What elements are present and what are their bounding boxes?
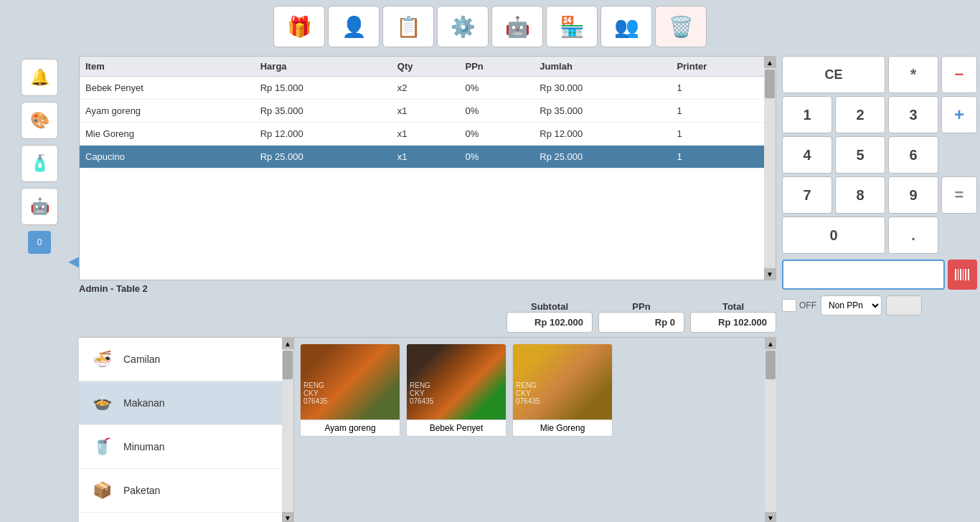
table-row[interactable]: Mie Goreng Rp 12.000 x1 0% Rp 12.000 1 [80,123,776,146]
prod-scroll-down[interactable]: ▼ [765,512,776,522]
category-item-paketan[interactable]: 📦 Paketan [79,469,282,513]
table-scrollbar[interactable]: ▲ ▼ [764,57,776,280]
col-header-item: Item [80,57,255,77]
cell-qty: x1 [392,146,460,169]
cell-qty: x1 [392,123,460,146]
numpad-display[interactable] [782,260,945,290]
category-item-minuman[interactable]: 🥤 Minuman [79,425,282,469]
toolbar-btn-people[interactable]: 👥 [600,6,652,47]
product-name: Bebek Penyet [407,419,506,436]
category-name: Minuman [123,441,165,452]
barcode-button[interactable] [948,260,977,290]
col-header-printer: Printer [671,57,776,77]
ce-button[interactable]: CE [782,56,885,93]
product-name: Mie Goreng [513,419,612,436]
sidebar-btn-zero[interactable]: 0 [28,231,51,254]
num-7[interactable]: 7 [782,176,832,214]
toolbar-btn-clipboard[interactable]: 📋 [382,6,434,47]
numpad-top-row: CE * − [782,56,977,93]
product-image: RENGCKY076435 [301,344,400,419]
toolbar-btn-store[interactable]: 🏪 [546,6,598,47]
order-table-wrapper: Item Harga Qty PPn Jumlah Printer Bebek … [79,56,776,280]
scroll-thumb [765,70,775,98]
product-card-p1[interactable]: RENGCKY076435 Ayam goreng [300,343,400,437]
cell-jumlah: Rp 12.000 [534,123,671,146]
toggle-checkbox[interactable] [782,299,796,312]
minus-button[interactable]: − [941,56,977,93]
toolbar-btn-robot[interactable]: 🤖 [491,6,543,47]
sidebar-btn-bottle[interactable]: 🧴 [21,145,58,182]
svg-rect-2 [960,269,961,280]
left-sidebar: 🔔 🎨 🧴 🤖 0 [0,53,79,522]
cell-qty: x2 [392,77,460,100]
cell-qty: x1 [392,100,460,123]
cat-scroll-down[interactable]: ▼ [282,512,293,522]
category-item-camilan[interactable]: 🍜 Camilan [79,338,282,381]
products-grid: RENGCKY076435 Ayam goreng RENGCKY076435 … [300,343,759,437]
svg-rect-1 [958,269,958,280]
collapse-arrow[interactable]: ◀ [68,252,79,270]
cell-jumlah: Rp 25.000 [534,146,671,169]
num-6[interactable]: 6 [888,136,938,174]
table-row[interactable]: Ayam goreng Rp 35.000 x1 0% Rp 35.000 1 [80,100,776,123]
right-panel: CE * − 1 2 3 + 4 5 6 7 8 9 = 0 . [779,53,980,522]
num-0[interactable]: 0 [782,217,885,254]
dot-button[interactable]: . [888,217,938,254]
cell-ppn: 0% [460,100,534,123]
category-name: Makanan [123,397,165,409]
cell-printer: 1 [671,100,776,123]
cat-scroll-up[interactable]: ▲ [282,338,293,349]
product-image: RENGCKY076435 [513,344,612,419]
product-name: Ayam goreng [301,419,400,436]
color-box [886,295,922,315]
products-scrollbar[interactable]: ▲ ▼ [765,338,776,522]
scroll-down-arrow[interactable]: ▼ [764,268,776,280]
sidebar-btn-bell[interactable]: 🔔 [21,59,58,96]
table-row[interactable]: Capucino Rp 25.000 x1 0% Rp 25.000 1 [80,146,776,169]
category-icon: 🥤 [88,432,116,461]
bottom-area: 🍜 Camilan 🍲 Makanan 🥤 Minuman 📦 Paketan … [79,337,776,522]
toolbar-btn-settings[interactable]: ⚙️ [437,6,489,47]
prod-scroll-up[interactable]: ▲ [765,338,776,349]
scroll-up-arrow[interactable]: ▲ [764,57,776,68]
ppn-summary-label: PPn [598,301,684,312]
num-9[interactable]: 9 [888,176,938,214]
product-card-p3[interactable]: RENGCKY076435 Mie Goreng [512,343,613,437]
main-area: 🔔 🎨 🧴 🤖 0 ◀ Item Harga Qty PPn Jumlah Pr… [0,53,980,522]
num-3[interactable]: 3 [888,96,938,133]
table-row[interactable]: Bebek Penyet Rp 15.000 x2 0% Rp 30.000 1 [80,77,776,100]
col-header-jumlah: Jumlah [534,57,671,77]
toolbar-btn-user[interactable]: 👤 [328,6,380,47]
ppn-summary-value: Rp 0 [598,312,684,333]
cell-harga: Rp 15.000 [255,77,392,100]
product-card-p2[interactable]: RENGCKY076435 Bebek Penyet [406,343,507,437]
cell-jumlah: Rp 35.000 [534,100,671,123]
ppn-select[interactable]: Non PPn PPn 10% PPn 15% [821,295,882,315]
num-1[interactable]: 1 [782,96,832,133]
display-row [782,260,977,290]
admin-label: Admin - Table 2 [79,280,776,297]
toolbar-btn-trash[interactable]: 🗑️ [655,6,707,47]
numpad-grid: 1 2 3 + 4 5 6 7 8 9 = 0 . [782,96,977,254]
num-5[interactable]: 5 [835,136,885,174]
summary-bar: Subtotal Rp 102.000 PPn Rp 0 Total Rp 10… [79,297,776,337]
subtotal-label: Subtotal [507,301,593,312]
category-name: Camilan [123,353,160,365]
sidebar-btn-paint[interactable]: 🎨 [21,102,58,139]
cell-printer: 1 [671,123,776,146]
cell-printer: 1 [671,77,776,100]
svg-rect-3 [963,269,963,280]
num-4[interactable]: 4 [782,136,832,174]
asterisk-button[interactable]: * [888,56,938,93]
toolbar-btn-gift[interactable]: 🎁 [273,6,325,47]
num-2[interactable]: 2 [835,96,885,133]
category-item-makanan[interactable]: 🍲 Makanan [79,381,282,425]
category-scrollbar[interactable]: ▲ ▼ [282,338,293,522]
equals-button[interactable]: = [941,176,977,214]
category-icon: 🍲 [88,389,116,417]
sidebar-btn-robot[interactable]: 🤖 [21,188,58,225]
num-8[interactable]: 8 [835,176,885,214]
products-area: RENGCKY076435 Ayam goreng RENGCKY076435 … [294,338,765,522]
cell-harga: Rp 35.000 [255,100,392,123]
plus-button[interactable]: + [941,96,977,133]
